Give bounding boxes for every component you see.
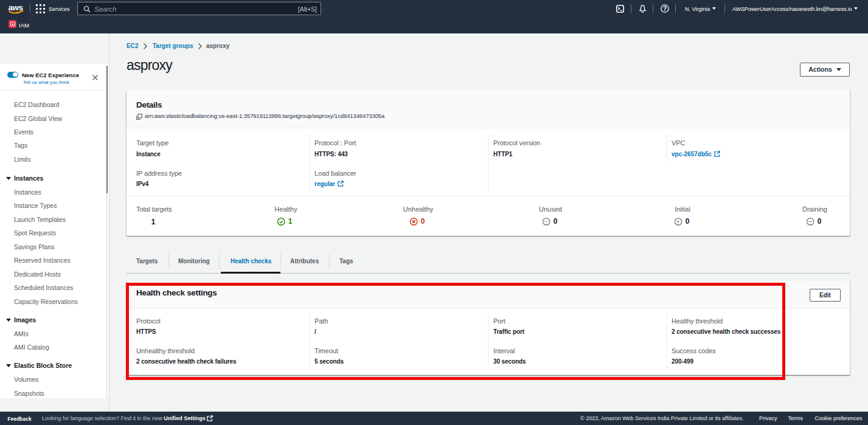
svg-text:aws: aws [9,3,23,12]
svg-text:?: ? [663,5,667,12]
